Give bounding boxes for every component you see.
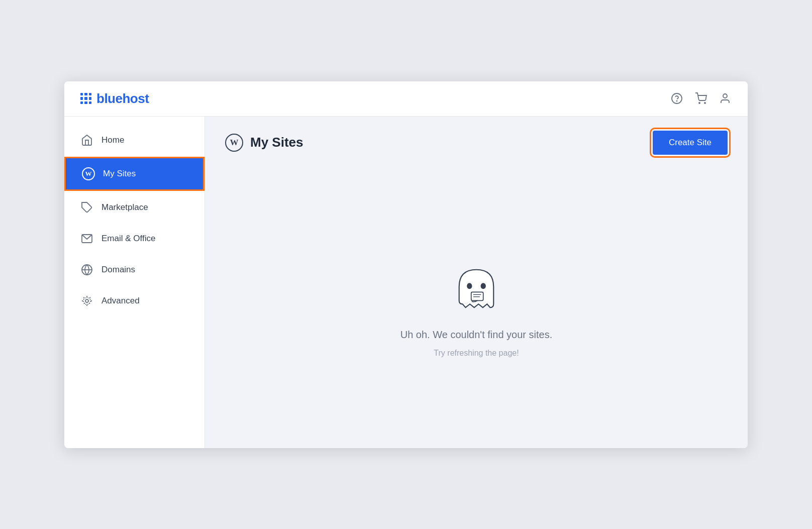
svg-point-10	[83, 297, 90, 304]
svg-point-9	[85, 299, 88, 302]
header-icons	[670, 92, 732, 105]
sidebar-item-domains[interactable]: Domains	[64, 254, 205, 285]
logo-text: bluehost	[96, 91, 149, 107]
settings-icon	[80, 294, 93, 307]
sidebar: Home W My Sites Marketplace	[64, 117, 205, 448]
empty-title: Uh oh. We couldn't find your sites.	[400, 329, 553, 341]
home-icon	[80, 134, 93, 147]
svg-point-1	[677, 101, 677, 101]
sidebar-item-my-sites[interactable]: W My Sites	[64, 157, 205, 191]
sidebar-item-label: Marketplace	[102, 202, 148, 213]
wordpress-large-icon: W	[225, 134, 243, 152]
sidebar-item-label: Domains	[102, 265, 135, 275]
svg-point-2	[699, 102, 700, 103]
wordpress-icon: W	[82, 167, 95, 180]
logo-grid-icon	[80, 93, 91, 104]
cart-icon[interactable]	[694, 92, 707, 105]
svg-rect-13	[471, 292, 483, 300]
sidebar-item-label: Email & Office	[102, 234, 155, 244]
globe-icon	[80, 263, 93, 276]
svg-point-3	[704, 102, 705, 103]
tag-icon	[80, 201, 93, 214]
mail-icon	[80, 232, 93, 245]
sidebar-item-label: Home	[102, 135, 124, 145]
sidebar-item-home[interactable]: Home	[64, 125, 205, 156]
logo-area: bluehost	[80, 91, 149, 107]
browser-window: bluehost	[64, 81, 748, 448]
empty-subtitle: Try refreshing the page!	[434, 349, 519, 358]
svg-point-12	[481, 283, 486, 289]
create-site-button[interactable]: Create Site	[653, 131, 728, 155]
ghost-illustration	[446, 257, 506, 317]
sidebar-item-label: Advanced	[102, 296, 140, 306]
main-layout: Home W My Sites Marketplace	[64, 117, 748, 448]
svg-point-4	[723, 94, 727, 98]
top-header: bluehost	[64, 81, 748, 117]
content-header: W My Sites Create Site	[205, 117, 748, 167]
sidebar-item-advanced[interactable]: Advanced	[64, 285, 205, 316]
page-title: W My Sites	[225, 134, 303, 152]
sidebar-item-label: My Sites	[103, 169, 136, 179]
svg-point-11	[467, 283, 472, 289]
sidebar-item-email-office[interactable]: Email & Office	[64, 223, 205, 254]
main-content: W My Sites Create Site	[205, 117, 748, 448]
svg-point-0	[672, 93, 682, 103]
user-icon[interactable]	[719, 92, 732, 105]
empty-state: Uh oh. We couldn't find your sites. Try …	[205, 167, 748, 448]
help-icon[interactable]	[670, 92, 683, 105]
sidebar-item-marketplace[interactable]: Marketplace	[64, 192, 205, 223]
